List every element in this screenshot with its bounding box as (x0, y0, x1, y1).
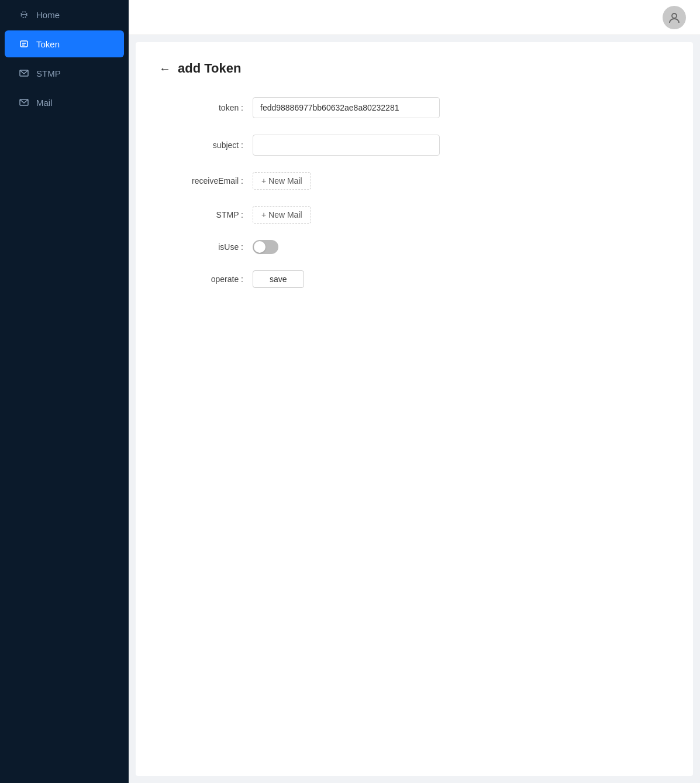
receive-email-new-mail-button[interactable]: + New Mail (253, 172, 311, 190)
stmp-row: STMP : + New Mail (159, 206, 670, 224)
topbar (129, 0, 700, 35)
stmp-icon (19, 68, 29, 78)
sidebar: Home Token STMP Mail (0, 0, 129, 783)
subject-input[interactable] (253, 135, 440, 156)
is-use-row: isUse : (159, 240, 670, 254)
sidebar-item-home[interactable]: Home (5, 1, 124, 28)
back-button[interactable]: ← (159, 63, 171, 74)
sidebar-item-home-label: Home (36, 10, 60, 20)
is-use-toggle[interactable] (253, 240, 278, 254)
sidebar-item-stmp-label: STMP (36, 68, 61, 78)
avatar[interactable] (663, 6, 686, 29)
sidebar-item-token[interactable]: Token (5, 30, 124, 57)
is-use-label: isUse : (159, 242, 253, 252)
content-area: ← add Token token : subject : receiveEma… (136, 42, 693, 776)
main-area: ← add Token token : subject : receiveEma… (129, 0, 700, 783)
receive-email-label: receiveEmail : (159, 176, 253, 186)
stmp-new-mail-label: + New Mail (261, 210, 302, 219)
home-icon (19, 9, 29, 20)
operate-label: operate : (159, 274, 253, 284)
operate-row: operate : save (159, 270, 670, 288)
subject-label: subject : (159, 140, 253, 150)
save-label: save (270, 274, 287, 284)
svg-point-7 (672, 13, 677, 18)
stmp-label: STMP : (159, 210, 253, 219)
token-icon (19, 39, 29, 49)
sidebar-item-stmp[interactable]: STMP (5, 60, 124, 87)
sidebar-item-mail[interactable]: Mail (5, 89, 124, 116)
save-button[interactable]: save (253, 270, 304, 288)
receive-email-row: receiveEmail : + New Mail (159, 172, 670, 190)
sidebar-item-token-label: Token (36, 39, 60, 49)
subject-row: subject : (159, 135, 670, 156)
svg-rect-2 (20, 41, 27, 47)
mail-icon (19, 97, 29, 108)
token-input[interactable] (253, 97, 440, 118)
page-title: add Token (178, 61, 241, 76)
receive-email-new-mail-label: + New Mail (261, 176, 302, 186)
add-token-form: token : subject : receiveEmail : + New M… (159, 97, 670, 288)
page-header: ← add Token (159, 61, 670, 76)
is-use-toggle-wrapper (253, 240, 278, 254)
token-label: token : (159, 103, 253, 112)
toggle-thumb (254, 241, 265, 253)
token-row: token : (159, 97, 670, 118)
stmp-new-mail-button[interactable]: + New Mail (253, 206, 311, 224)
sidebar-item-mail-label: Mail (36, 98, 53, 108)
